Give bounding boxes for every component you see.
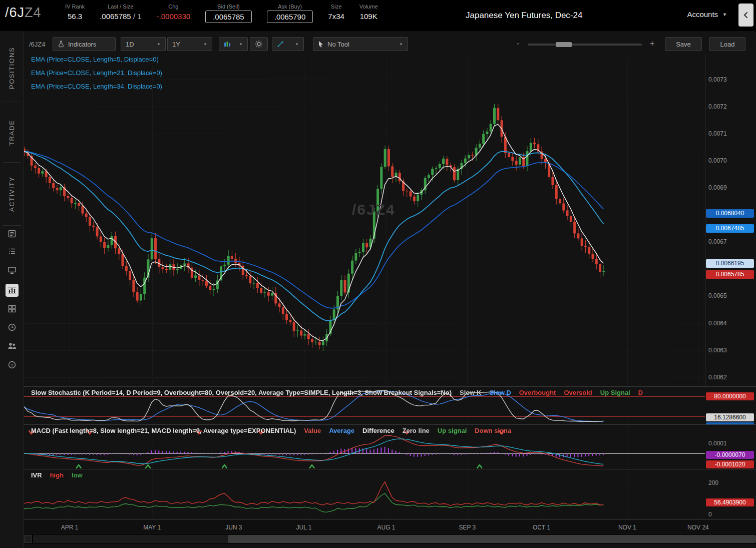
time-axis-label: NOV 24 <box>684 524 712 531</box>
ema-study-label[interactable]: EMA (Price=CLOSE, Length=21, Displace=0) <box>31 69 162 83</box>
zoom-in-button[interactable]: + <box>650 39 654 48</box>
chart-settings-button[interactable] <box>250 37 268 51</box>
price-tick: 0.0069 <box>708 184 727 191</box>
save-label: Save <box>676 41 691 48</box>
zoom-slider[interactable] <box>528 44 642 46</box>
stat-value[interactable]: .0065785 <box>205 11 252 23</box>
legend-value: Value <box>304 427 321 434</box>
time-axis-label: OCT 1 <box>528 524 556 531</box>
legend-up-signal: Up signal <box>438 427 467 434</box>
accounts-menu[interactable]: Accounts ▼ <box>687 10 727 19</box>
dashboard-grid-icon[interactable] <box>7 304 17 314</box>
ema-study-label[interactable]: EMA (Price=CLOSE, Length=34, Displace=0) <box>31 83 162 96</box>
ema-study-label[interactable]: EMA (Price=CLOSE, Length=5, Displace=0) <box>31 56 162 69</box>
stat-value: 7x34 <box>328 12 344 21</box>
left-sidebar: POSITIONS TRADE ACTIVITY ? <box>0 31 24 548</box>
indicators-label: Indicators <box>68 41 96 48</box>
chart-symbol-label: /6JZ4 <box>29 41 46 48</box>
symbol-month-code: Z4 <box>25 5 42 20</box>
price-tick: 0.0067 <box>708 238 727 245</box>
legend-zero-line: Zero line <box>403 427 430 434</box>
active-tool-label: No Tool <box>327 41 349 48</box>
quote-last-size: Last / Size.0065785 / 1 <box>100 4 141 23</box>
chevron-down-icon: ▼ <box>239 42 243 47</box>
load-button[interactable]: Load <box>709 37 745 51</box>
monitor-icon[interactable] <box>7 265 17 275</box>
chart-icon-active[interactable] <box>6 284 19 297</box>
sidebar-tab-activity[interactable]: ACTIVITY <box>0 165 24 223</box>
indicators-button[interactable]: Indicators <box>53 37 116 51</box>
stat-label: Chg <box>157 4 191 10</box>
chart-type-dropdown[interactable]: ▼ <box>219 37 248 51</box>
cursor-icon <box>318 41 324 48</box>
chevron-down-icon: ▼ <box>203 42 207 47</box>
ivr-panel: IVRhighlow 200 56.4903900 0 <box>24 469 756 519</box>
header-symbol: /6JZ4 <box>5 5 42 21</box>
time-axis-label: JUN 3 <box>220 524 248 531</box>
users-icon[interactable] <box>7 341 17 351</box>
quote-volume: Volume109K <box>359 4 378 23</box>
zoom-out-button[interactable]: - <box>517 39 519 48</box>
watchlist-icon[interactable] <box>7 246 17 256</box>
quote-size: Size7x34 <box>328 4 344 23</box>
legend-slow-d: Slow D <box>489 389 511 396</box>
stat-label: Ask (Buy) <box>267 4 313 10</box>
price-tick: 0.0070 <box>708 157 727 164</box>
indicators-icon <box>58 41 65 48</box>
time-axis-label: MAY 1 <box>138 524 166 531</box>
notes-icon[interactable] <box>7 229 17 239</box>
quote-header: /6JZ4 IV Rank56.3Last / Size.0065785 / 1… <box>0 0 756 31</box>
sidebar-divider <box>3 162 21 163</box>
macd-diff-axis-box: -0.0000070 <box>706 451 754 459</box>
clock-icon[interactable] <box>7 322 17 332</box>
ivr-study-title[interactable]: IVR <box>31 471 42 479</box>
accounts-label: Accounts <box>687 10 718 19</box>
chevron-down-icon: ▼ <box>722 12 727 17</box>
symbol-watermark: /6JZ4 <box>352 201 396 218</box>
stat-value[interactable]: .0065790 <box>267 11 313 23</box>
help-icon[interactable]: ? <box>7 360 17 370</box>
stochastic-panel: Slow Stochastic (K Period=14, D Period=9… <box>24 386 756 424</box>
stat-label: Volume <box>359 4 378 10</box>
stoch-overbought-axis-box: 80.0000000 <box>706 392 754 400</box>
time-axis-label: NOV 1 <box>613 524 641 531</box>
ivr-axis-top: 200 <box>708 479 718 486</box>
scrollbar-track[interactable] <box>33 535 756 543</box>
scrollbar-handle[interactable] <box>228 535 756 543</box>
stochastic-study-title[interactable]: Slow Stochastic (K Period=14, D Period=9… <box>31 389 452 396</box>
legend-overbought: Overbought <box>519 389 556 396</box>
save-button[interactable]: Save <box>665 37 702 51</box>
chart-gadget: /6JZ4 Indicators 1D ▼ 1Y ▼ ▼ ▼ No Tool ▼ <box>24 31 756 548</box>
legend-slow-k: Slow K <box>460 389 481 396</box>
time-axis-label: AUG 1 <box>372 524 401 531</box>
chart-scrollbar <box>24 534 756 543</box>
sidebar-tab-positions[interactable]: POSITIONS <box>0 37 24 99</box>
ivr-current-axis-box: 56.4903900 <box>706 498 754 506</box>
legend-difference: Difference <box>362 427 395 434</box>
stat-label: IV Rank <box>65 4 85 10</box>
price-chart-canvas[interactable] <box>24 55 705 385</box>
study-labels: EMA (Price=CLOSE, Length=5, Displace=0) … <box>31 56 162 96</box>
price-tick: 0.0073 <box>708 76 727 83</box>
scroll-left-button[interactable] <box>24 535 32 543</box>
price-marker: 0.0065785 <box>706 270 754 279</box>
collapse-panel-button[interactable] <box>738 4 753 27</box>
time-axis-label: JUL 1 <box>290 524 318 531</box>
quote-bid-sell-: Bid (Sell).0065785 <box>205 4 252 23</box>
macd-axis-top: 0.0001 <box>708 440 727 447</box>
zoom-slider-handle[interactable] <box>556 42 572 47</box>
macd-study-title[interactable]: MACD (Fast length=8, Slow length=21, MAC… <box>31 427 296 434</box>
symbol-root: /6J <box>5 5 25 20</box>
price-marker: 0.0067485 <box>706 224 754 233</box>
stochastic-header: Slow Stochastic (K Period=14, D Period=9… <box>31 389 707 396</box>
range-value: 1Y <box>172 41 180 48</box>
stat-value: -.0000330 <box>157 12 191 21</box>
active-tool-dropdown[interactable]: No Tool ▼ <box>313 37 408 51</box>
timeframe-dropdown[interactable]: 1D ▼ <box>121 37 166 51</box>
ivr-header: IVRhighlow <box>31 471 707 479</box>
drawing-set-dropdown[interactable]: ▼ <box>272 37 304 51</box>
svg-text:?: ? <box>11 363 13 368</box>
chart-type-icon <box>224 41 231 48</box>
sidebar-tab-trade[interactable]: TRADE <box>0 105 24 161</box>
range-dropdown[interactable]: 1Y ▼ <box>167 37 212 51</box>
